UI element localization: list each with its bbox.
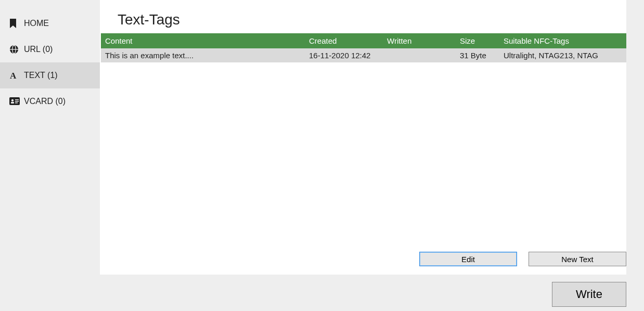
cell-tags: Ultralight, NTAG213, NTAG [504, 51, 626, 60]
svg-rect-7 [15, 99, 19, 100]
col-header-tags[interactable]: Suitable NFC-Tags [504, 36, 626, 45]
sidebar: HOME URL (0) A TEXT (1) VCARD (0) [0, 0, 100, 275]
sidebar-item-label: URL (0) [24, 45, 53, 54]
col-header-created[interactable]: Created [309, 36, 387, 45]
sidebar-item-label: VCARD (0) [24, 97, 66, 106]
svg-rect-8 [15, 101, 19, 102]
footer-row: Write [0, 275, 644, 311]
table-row[interactable]: This is an example text.... 16-11-2020 1… [101, 48, 626, 62]
bookmark-icon [9, 19, 24, 28]
sidebar-item-label: TEXT (1) [24, 71, 58, 80]
table-body: This is an example text.... 16-11-2020 1… [100, 48, 626, 247]
action-button-row: Edit New Text [100, 247, 626, 266]
col-header-written[interactable]: Written [387, 36, 460, 45]
card-icon [9, 97, 24, 106]
sidebar-item-label: HOME [24, 19, 49, 28]
sidebar-item-text[interactable]: A TEXT (1) [0, 62, 100, 88]
col-header-content[interactable]: Content [101, 36, 309, 45]
cell-content: This is an example text.... [101, 51, 309, 60]
page-title: Text-Tags [100, 11, 626, 33]
globe-icon [9, 45, 24, 54]
sidebar-item-home[interactable]: HOME [0, 10, 100, 36]
cell-size: 31 Byte [460, 51, 504, 60]
sidebar-item-vcard[interactable]: VCARD (0) [0, 88, 100, 114]
svg-point-5 [11, 99, 14, 101]
new-text-button[interactable]: New Text [529, 252, 626, 266]
data-table: Content Created Written Size Suitable NF… [100, 33, 626, 247]
edit-button[interactable]: Edit [419, 252, 517, 266]
cell-created: 16-11-2020 12:42 [309, 51, 387, 60]
sidebar-item-url[interactable]: URL (0) [0, 36, 100, 62]
table-header-row: Content Created Written Size Suitable NF… [101, 33, 626, 48]
col-header-size[interactable]: Size [460, 36, 504, 45]
main-panel: Text-Tags Content Created Written Size S… [100, 0, 626, 275]
cell-written [387, 51, 460, 60]
write-button[interactable]: Write [552, 282, 626, 307]
svg-rect-6 [11, 102, 14, 103]
svg-rect-9 [15, 102, 18, 103]
font-icon: A [9, 71, 24, 80]
svg-text:A: A [10, 71, 17, 80]
